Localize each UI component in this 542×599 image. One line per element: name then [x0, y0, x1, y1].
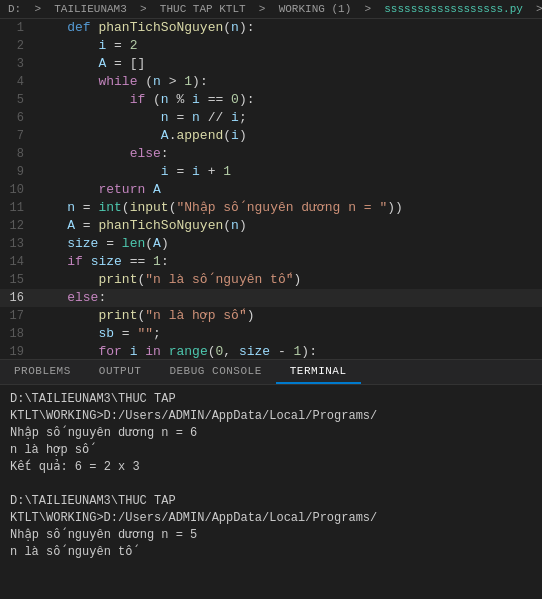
terminal-line: Nhập số nguyên dương n = 6: [10, 425, 532, 442]
line-number: 7: [0, 127, 36, 145]
code-line-3: 3 A = []: [0, 55, 542, 73]
code-line-14: 14 if size == 1:: [0, 253, 542, 271]
code-line-13: 13 size = len(A): [0, 235, 542, 253]
code-line-11: 11 n = int(input("Nhập số nguyên dương n…: [0, 199, 542, 217]
code-line-15: 15 print("n là số nguyên tố"): [0, 271, 542, 289]
line-content: else:: [36, 289, 542, 307]
line-content: sb = "";: [36, 325, 161, 343]
code-line-5: 5 if (n % i == 0):: [0, 91, 542, 109]
code-line-9: 9 i = i + 1: [0, 163, 542, 181]
panel-tabs: PROBLEMSOUTPUTDEBUG CONSOLETERMINAL: [0, 360, 542, 385]
line-content: i = i + 1: [36, 163, 231, 181]
line-content: else:: [36, 145, 169, 163]
panel-tab-terminal[interactable]: TERMINAL: [276, 360, 361, 384]
line-content: print("n là số nguyên tố"): [36, 271, 301, 289]
line-number: 13: [0, 235, 36, 253]
terminal-line: D:\TAILIEUNAM3\THUC TAP KTLT\WORKING>D:/…: [10, 493, 532, 527]
code-line-16: 16 else:: [0, 289, 542, 307]
terminal-line: D:\TAILIEUNAM3\THUC TAP KTLT\WORKING>D:/…: [10, 391, 532, 425]
line-number: 14: [0, 253, 36, 271]
line-number: 10: [0, 181, 36, 199]
line-number: 4: [0, 73, 36, 91]
line-number: 8: [0, 145, 36, 163]
terminal-content[interactable]: D:\TAILIEUNAM3\THUC TAP KTLT\WORKING>D:/…: [0, 385, 542, 599]
line-number: 9: [0, 163, 36, 181]
code-line-12: 12 A = phanTichSoNguyen(n): [0, 217, 542, 235]
panel: PROBLEMSOUTPUTDEBUG CONSOLETERMINAL D:\T…: [0, 359, 542, 599]
line-content: n = n // i;: [36, 109, 247, 127]
code-lines: 1 def phanTichSoNguyen(n):2 i = 23 A = […: [0, 19, 542, 359]
line-number: 12: [0, 217, 36, 235]
line-content: print("n là hợp số"): [36, 307, 255, 325]
line-content: if size == 1:: [36, 253, 169, 271]
code-line-7: 7 A.append(i): [0, 127, 542, 145]
line-content: n = int(input("Nhập số nguyên dương n = …: [36, 199, 403, 217]
terminal-line: Nhập số nguyên dương n = 5: [10, 527, 532, 544]
line-content: while (n > 1):: [36, 73, 208, 91]
code-line-2: 2 i = 2: [0, 37, 542, 55]
line-number: 2: [0, 37, 36, 55]
line-number: 16: [0, 289, 36, 307]
line-number: 6: [0, 109, 36, 127]
line-content: if (n % i == 0):: [36, 91, 255, 109]
code-line-6: 6 n = n // i;: [0, 109, 542, 127]
line-content: A.append(i): [36, 127, 247, 145]
breadcrumb: D: > TAILIEUNAM3 > THUC TAP KTLT > WORKI…: [0, 0, 542, 19]
line-content: A = phanTichSoNguyen(n): [36, 217, 247, 235]
line-content: A = []: [36, 55, 145, 73]
line-content: for i in range(0, size - 1):: [36, 343, 317, 359]
panel-tab-debug-console[interactable]: DEBUG CONSOLE: [155, 360, 275, 384]
code-line-10: 10 return A: [0, 181, 542, 199]
line-number: 1: [0, 19, 36, 37]
code-line-17: 17 print("n là hợp số"): [0, 307, 542, 325]
line-number: 5: [0, 91, 36, 109]
terminal-line: [10, 476, 532, 493]
code-line-8: 8 else:: [0, 145, 542, 163]
panel-tab-problems[interactable]: PROBLEMS: [0, 360, 85, 384]
terminal-line: n là hợp số: [10, 442, 532, 459]
panel-tab-output[interactable]: OUTPUT: [85, 360, 156, 384]
line-content: i = 2: [36, 37, 137, 55]
line-number: 19: [0, 343, 36, 359]
line-content: size = len(A): [36, 235, 169, 253]
code-line-18: 18 sb = "";: [0, 325, 542, 343]
line-number: 15: [0, 271, 36, 289]
code-line-1: 1 def phanTichSoNguyen(n):: [0, 19, 542, 37]
line-number: 11: [0, 199, 36, 217]
code-editor[interactable]: 1 def phanTichSoNguyen(n):2 i = 23 A = […: [0, 19, 542, 359]
terminal-line: Kết quả: 6 = 2 x 3: [10, 459, 532, 476]
line-number: 17: [0, 307, 36, 325]
vscode-window: D: > TAILIEUNAM3 > THUC TAP KTLT > WORKI…: [0, 0, 542, 599]
line-content: return A: [36, 181, 161, 199]
breadcrumb-text: D: > TAILIEUNAM3 > THUC TAP KTLT > WORKI…: [8, 3, 542, 15]
terminal-line: n là số nguyên tố: [10, 544, 532, 561]
line-number: 3: [0, 55, 36, 73]
code-line-4: 4 while (n > 1):: [0, 73, 542, 91]
code-line-19: 19 for i in range(0, size - 1):: [0, 343, 542, 359]
line-number: 18: [0, 325, 36, 343]
line-content: def phanTichSoNguyen(n):: [36, 19, 255, 37]
